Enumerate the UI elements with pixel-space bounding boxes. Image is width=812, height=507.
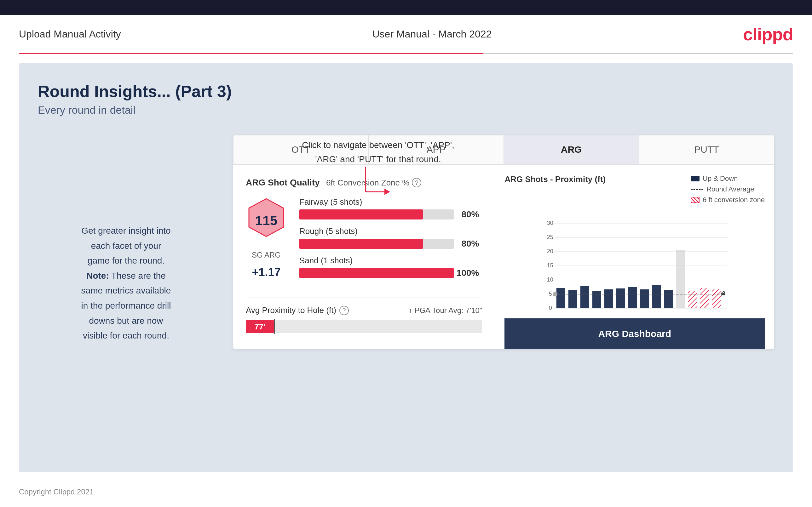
left-panel: Get greater insight into each facet of y… xyxy=(38,135,214,349)
chart-svg: 0 5 10 15 20 25 30 xyxy=(504,209,765,316)
bar-track: 100% xyxy=(299,268,454,278)
bar-row: Sand (1 shots) 100% xyxy=(299,256,454,278)
svg-rect-26 xyxy=(652,285,661,308)
section-title: Round Insights... (Part 3) xyxy=(38,82,774,101)
legend: Up & Down Round Average 6 ft conversion … xyxy=(691,174,765,204)
chart-svg-container: 0 5 10 15 20 25 30 xyxy=(504,209,765,318)
hex-bars-container: 115 SG ARG +1.17 Fairway (5 shots) 80% xyxy=(246,197,482,285)
bar-fill xyxy=(299,210,423,220)
help-icon[interactable]: ? xyxy=(412,178,421,187)
legend-item-updown: Up & Down xyxy=(691,174,765,183)
tab-arg[interactable]: ARG xyxy=(504,135,639,164)
bar-label: Rough (5 shots) xyxy=(299,226,454,236)
section-subtitle: Every round in detail xyxy=(38,104,774,116)
arg-dashboard-button[interactable]: ARG Dashboard xyxy=(504,318,765,349)
pga-avg: ↑ PGA Tour Avg: 7'10" xyxy=(409,306,483,315)
hex-value: 115 xyxy=(255,213,277,228)
svg-text:0: 0 xyxy=(549,305,552,311)
bar-track: 80% xyxy=(299,239,454,249)
proximity-cursor xyxy=(274,319,275,334)
svg-text:15: 15 xyxy=(547,262,553,269)
sg-value: +1.17 xyxy=(252,266,281,279)
legend-hatch-icon xyxy=(691,197,700,203)
bar-fill xyxy=(299,239,423,249)
bar-track: 80% xyxy=(299,210,454,220)
chart-header: ARG Shots - Proximity (ft) Up & Down Rou… xyxy=(504,174,765,204)
legend-dash-icon xyxy=(691,189,703,190)
svg-rect-20 xyxy=(580,286,589,308)
right-panel: OTT APP ARG PUTT ARG Shot Quality 6ft Co… xyxy=(233,135,774,349)
svg-rect-18 xyxy=(556,288,565,308)
proximity-bar-fill: 77' xyxy=(246,320,274,333)
upload-label: Upload Manual Activity xyxy=(19,29,121,40)
svg-text:30: 30 xyxy=(547,220,553,226)
bar-row: Rough (5 shots) 80% xyxy=(299,226,454,249)
proximity-bar-label: 77' xyxy=(254,322,265,332)
hex-section: 115 SG ARG +1.17 xyxy=(246,197,287,279)
bar-pct: 100% xyxy=(457,268,479,278)
bar-pct: 80% xyxy=(461,210,479,220)
proximity-title: Avg Proximity to Hole (ft) ? xyxy=(246,305,349,315)
quality-label: ARG Shot Quality xyxy=(246,178,320,188)
bar-pct: 80% xyxy=(461,239,479,249)
hexagon: 115 xyxy=(246,197,287,244)
bar-label: Sand (1 shots) xyxy=(299,256,454,266)
proximity-bar-track: 77' xyxy=(246,320,482,333)
svg-rect-21 xyxy=(592,291,601,308)
nav-hint: Click to navigate between 'OTT', 'APP', … xyxy=(296,138,460,167)
svg-marker-2 xyxy=(385,189,390,195)
svg-rect-28 xyxy=(676,250,685,308)
svg-rect-24 xyxy=(628,287,637,308)
sg-label: SG ARG xyxy=(252,251,281,260)
header: Upload Manual Activity User Manual - Mar… xyxy=(0,15,812,53)
top-bar xyxy=(0,0,812,15)
svg-text:10: 10 xyxy=(547,277,553,283)
svg-text:25: 25 xyxy=(547,234,553,240)
bars-section: Fairway (5 shots) 80% Rough (5 shots) 80… xyxy=(299,197,482,285)
insight-box: Get greater insight into each facet of y… xyxy=(38,223,214,343)
right-chart-section: ARG Shots - Proximity (ft) Up & Down Rou… xyxy=(495,165,774,349)
proximity-help-icon[interactable]: ? xyxy=(339,306,349,315)
svg-text:8: 8 xyxy=(722,290,725,297)
svg-rect-22 xyxy=(604,289,613,308)
logo: clippd xyxy=(743,24,793,44)
svg-rect-25 xyxy=(640,289,649,308)
proximity-section: Avg Proximity to Hole (ft) ? ↑ PGA Tour … xyxy=(246,297,482,333)
header-center-label: User Manual - March 2022 xyxy=(372,29,492,40)
svg-rect-19 xyxy=(568,290,577,308)
legend-box-icon xyxy=(691,176,700,181)
bar-fill xyxy=(299,268,454,278)
nav-arrow xyxy=(362,163,394,207)
svg-rect-32 xyxy=(712,289,721,308)
svg-point-33 xyxy=(553,292,557,296)
main-content: Round Insights... (Part 3) Every round i… xyxy=(19,63,793,472)
legend-item-round-avg: Round Average xyxy=(691,185,765,193)
legend-item-conversion: 6 ft conversion zone xyxy=(691,196,765,204)
svg-rect-30 xyxy=(688,291,697,308)
header-divider xyxy=(19,53,793,54)
footer: Copyright Clippd 2021 xyxy=(0,481,812,503)
svg-text:20: 20 xyxy=(547,248,553,255)
svg-rect-23 xyxy=(616,288,625,308)
proximity-header: Avg Proximity to Hole (ft) ? ↑ PGA Tour … xyxy=(246,305,482,315)
tab-putt[interactable]: PUTT xyxy=(639,135,774,164)
copyright: Copyright Clippd 2021 xyxy=(19,488,94,496)
panel-body: ARG Shot Quality 6ft Conversion Zone % ? xyxy=(233,165,774,349)
svg-rect-31 xyxy=(700,288,709,308)
svg-rect-27 xyxy=(664,290,673,308)
chart-title: ARG Shots - Proximity (ft) xyxy=(504,174,606,184)
svg-text:5: 5 xyxy=(549,291,552,297)
